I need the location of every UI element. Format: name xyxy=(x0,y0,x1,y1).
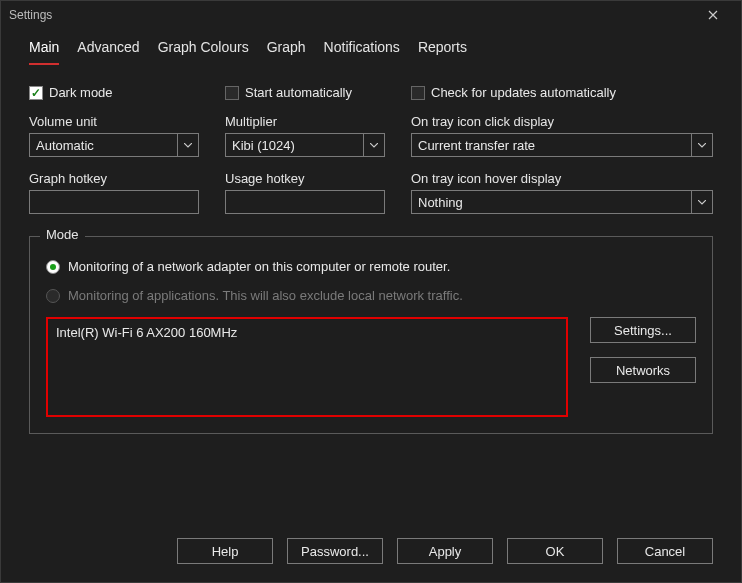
select-row-1: Volume unit Automatic Multiplier Kibi (1… xyxy=(29,114,713,157)
chevron-down-icon xyxy=(177,134,197,156)
tab-main[interactable]: Main xyxy=(29,33,59,65)
tray-hover-label: On tray icon hover display xyxy=(411,171,713,186)
monitor-network-adapter-radio[interactable] xyxy=(46,260,60,274)
monitor-applications-label: Monitoring of applications. This will al… xyxy=(68,288,463,303)
usage-hotkey-label: Usage hotkey xyxy=(225,171,385,186)
chevron-down-icon xyxy=(691,134,711,156)
multiplier-select[interactable]: Kibi (1024) xyxy=(225,133,385,157)
cancel-button[interactable]: Cancel xyxy=(617,538,713,564)
adapter-settings-button[interactable]: Settings... xyxy=(590,317,696,343)
ok-button[interactable]: OK xyxy=(507,538,603,564)
mode-legend: Mode xyxy=(40,227,85,242)
graph-hotkey-input[interactable] xyxy=(29,190,199,214)
tab-advanced[interactable]: Advanced xyxy=(77,33,139,65)
graph-hotkey-label: Graph hotkey xyxy=(29,171,199,186)
tray-hover-value: Nothing xyxy=(418,195,691,210)
window-title: Settings xyxy=(9,8,693,22)
apply-button[interactable]: Apply xyxy=(397,538,493,564)
monitor-applications-radio[interactable] xyxy=(46,289,60,303)
networks-button[interactable]: Networks xyxy=(590,357,696,383)
password-button[interactable]: Password... xyxy=(287,538,383,564)
multiplier-label: Multiplier xyxy=(225,114,385,129)
close-icon xyxy=(708,10,718,20)
content-area: Main Advanced Graph Colours Graph Notifi… xyxy=(1,29,741,520)
close-button[interactable] xyxy=(693,1,733,29)
monitor-network-adapter-label: Monitoring of a network adapter on this … xyxy=(68,259,450,274)
tray-hover-select[interactable]: Nothing xyxy=(411,190,713,214)
mode-fieldset: Mode Monitoring of a network adapter on … xyxy=(29,236,713,434)
checkbox-row: Dark mode Start automatically Check for … xyxy=(29,85,713,100)
check-updates-checkbox[interactable] xyxy=(411,86,425,100)
dark-mode-label: Dark mode xyxy=(49,85,113,100)
tab-notifications[interactable]: Notifications xyxy=(324,33,400,65)
tray-click-select[interactable]: Current transfer rate xyxy=(411,133,713,157)
usage-hotkey-input[interactable] xyxy=(225,190,385,214)
multiplier-value: Kibi (1024) xyxy=(232,138,363,153)
tab-reports[interactable]: Reports xyxy=(418,33,467,65)
select-row-2: Graph hotkey Usage hotkey On tray icon h… xyxy=(29,171,713,214)
start-automatically-label: Start automatically xyxy=(245,85,352,100)
help-button[interactable]: Help xyxy=(177,538,273,564)
titlebar: Settings xyxy=(1,1,741,29)
start-automatically-checkbox[interactable] xyxy=(225,86,239,100)
volume-unit-value: Automatic xyxy=(36,138,177,153)
list-item[interactable]: Intel(R) Wi-Fi 6 AX200 160MHz xyxy=(56,325,558,340)
chevron-down-icon xyxy=(691,191,711,213)
tray-click-label: On tray icon click display xyxy=(411,114,713,129)
settings-window: Settings Main Advanced Graph Colours Gra… xyxy=(0,0,742,583)
volume-unit-select[interactable]: Automatic xyxy=(29,133,199,157)
tab-graph[interactable]: Graph xyxy=(267,33,306,65)
tab-graph-colours[interactable]: Graph Colours xyxy=(158,33,249,65)
footer-buttons: Help Password... Apply OK Cancel xyxy=(1,520,741,582)
volume-unit-label: Volume unit xyxy=(29,114,199,129)
check-updates-label: Check for updates automatically xyxy=(431,85,616,100)
tab-bar: Main Advanced Graph Colours Graph Notifi… xyxy=(29,33,713,65)
network-adapter-list[interactable]: Intel(R) Wi-Fi 6 AX200 160MHz xyxy=(46,317,568,417)
chevron-down-icon xyxy=(363,134,383,156)
dark-mode-checkbox[interactable] xyxy=(29,86,43,100)
tray-click-value: Current transfer rate xyxy=(418,138,691,153)
